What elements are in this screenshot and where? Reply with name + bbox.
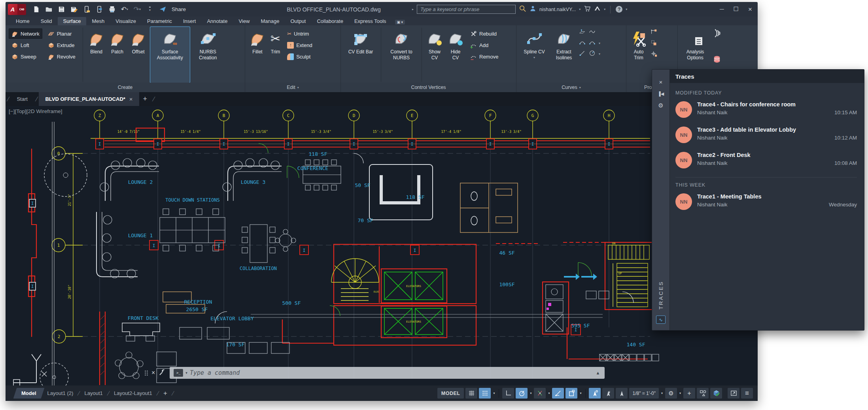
object-snap-toggle[interactable] — [565, 388, 577, 399]
project-to-view-tool[interactable] — [651, 40, 657, 48]
isolate-objects-toggle[interactable] — [697, 388, 709, 399]
arc-caret-icon[interactable]: ▾ — [599, 42, 600, 45]
customization-gear-icon[interactable]: ⚙ — [665, 388, 677, 399]
ortho-mode-toggle[interactable] — [502, 388, 514, 399]
nurbs-creation-toggle[interactable]: NURBSCreation — [193, 27, 223, 83]
blend-button[interactable]: Blend — [87, 27, 106, 83]
snap-caret-icon[interactable]: ▾ — [492, 391, 495, 395]
save-as-button[interactable] — [70, 5, 78, 14]
remove-cv-button[interactable]: −Remove — [467, 51, 501, 62]
trace-list-item[interactable]: NN Trace3 - Add table in Elevator Lobby … — [675, 127, 857, 143]
annotation-autoscale-toggle[interactable] — [602, 388, 614, 399]
customize-wrench-icon[interactable] — [159, 368, 166, 378]
tab-mesh[interactable]: Mesh — [86, 17, 110, 25]
new-layout-button[interactable]: + — [159, 389, 171, 397]
curve-arc-tool[interactable] — [589, 39, 596, 47]
add-cleanup-icon[interactable]: + — [683, 388, 695, 399]
annotation-scale-value[interactable]: 1/8" = 1'-0" — [629, 388, 659, 399]
command-close-icon[interactable]: × — [151, 369, 155, 376]
autodesk-menu-caret-icon[interactable]: ▾ — [604, 8, 605, 11]
zebra-analysis-tool[interactable] — [712, 28, 722, 40]
signed-in-user[interactable]: nishant.naikVY... — [539, 7, 576, 12]
curve-plane-tool[interactable] — [579, 28, 586, 37]
isometric-caret-icon[interactable]: ▾ — [547, 391, 550, 395]
snap-mode-toggle[interactable] — [479, 388, 491, 399]
show-cv-button[interactable]: ShowCV — [425, 27, 444, 83]
autodesk-menu-icon[interactable] — [594, 5, 601, 13]
tab-collaborate[interactable]: Collaborate — [311, 17, 349, 25]
file-tab-close-icon[interactable]: × — [129, 96, 133, 102]
panel-label-create[interactable]: Create — [6, 83, 245, 92]
sweep-button[interactable]: Sweep — [9, 51, 42, 62]
palette-autohide-icon[interactable]: ▐◀ — [652, 88, 669, 100]
polar-tracking-toggle[interactable] — [516, 388, 528, 399]
rebuild-button[interactable]: Rebuild — [467, 28, 501, 39]
patch-button[interactable]: Patch — [108, 27, 127, 83]
osnap-caret-icon[interactable]: ▾ — [579, 391, 582, 395]
annotation-scale-icon[interactable] — [616, 388, 628, 399]
tab-insert[interactable]: Insert — [178, 17, 202, 25]
share-button[interactable]: Share — [172, 6, 186, 12]
user-avatar-icon[interactable] — [529, 5, 536, 13]
polar-caret-icon[interactable]: ▾ — [529, 391, 532, 395]
layout-tab-model[interactable]: Model — [13, 388, 44, 399]
palette-properties-gear-icon[interactable]: ⚙ — [652, 100, 669, 111]
maximize-button[interactable]: ☐ — [734, 6, 739, 13]
annotation-visibility-toggle[interactable] — [589, 388, 601, 399]
user-menu-caret-icon[interactable]: ▾ — [579, 8, 581, 11]
project-to-ucs-tool[interactable] — [651, 28, 657, 37]
add-cv-button[interactable]: +Add — [467, 40, 501, 50]
command-options-caret-icon[interactable]: ▾ — [185, 371, 187, 375]
share-icon[interactable] — [158, 5, 167, 14]
panel-label-curves[interactable]: Curves▾ — [516, 83, 626, 92]
project-to-2points-tool[interactable] — [651, 51, 657, 59]
trace-list-item[interactable]: NN Trace1 - Meeting Tables Nishant NaikW… — [675, 193, 857, 210]
sculpt-button[interactable]: Sculpt — [284, 51, 315, 62]
layout-tab-layout2[interactable]: Layout2-Layout1 — [110, 388, 156, 399]
convert-to-nurbs-button[interactable]: Convert toNURBS — [385, 27, 418, 83]
object-snap-tracking-toggle[interactable] — [552, 388, 564, 399]
save-to-mobile-button[interactable] — [95, 5, 104, 14]
app-store-cart-icon[interactable] — [584, 5, 591, 14]
command-input[interactable]: >_ ▾ Type a command ▲ — [170, 367, 605, 379]
title-expand-icon[interactable]: ▸ — [412, 8, 414, 11]
curve-blend-tool[interactable] — [579, 39, 586, 47]
save-button[interactable] — [57, 5, 66, 14]
scale-caret-icon[interactable]: ▾ — [660, 391, 664, 395]
auto-trim-button[interactable]: AutoTrim — [630, 27, 648, 83]
tab-home[interactable]: Home — [10, 17, 35, 25]
extend-button[interactable]: ↑Extend — [284, 40, 315, 50]
command-grip-handle[interactable] — [145, 370, 148, 376]
layout-tab-layout1[interactable]: Layout1 — [81, 388, 107, 399]
tab-annotate[interactable]: Annotate — [201, 17, 233, 25]
command-history-icon[interactable]: >_ — [174, 369, 183, 377]
loft-button[interactable]: Loft — [9, 40, 42, 50]
spline-cv-button[interactable]: Spline CV▾ — [520, 27, 549, 83]
new-drawing-tab-button[interactable]: + — [139, 95, 151, 103]
gear-caret-icon[interactable]: ▾ — [679, 391, 682, 395]
curve-line-tool[interactable] — [579, 50, 586, 58]
tab-surface[interactable]: Surface — [58, 17, 87, 25]
curvature-analysis-tool[interactable] — [712, 42, 722, 53]
tab-solid[interactable]: Solid — [35, 17, 58, 25]
tab-view[interactable]: View — [233, 17, 255, 25]
network-button[interactable]: Network — [9, 28, 42, 39]
tab-visualize[interactable]: Visualize — [110, 17, 142, 25]
redo-button[interactable]: ↷▾ — [133, 5, 142, 14]
autocad-logo-icon[interactable]: A CAD — [8, 4, 26, 15]
tab-output[interactable]: Output — [285, 17, 311, 25]
plot-button[interactable] — [108, 5, 116, 14]
graphics-performance-toggle[interactable] — [710, 388, 722, 399]
help-icon[interactable]: ? — [616, 6, 622, 13]
status-menu-icon[interactable]: ≡ — [741, 388, 753, 399]
ribbon-display-toggle[interactable]: ▣ ▾ — [395, 20, 405, 25]
clean-screen-toggle[interactable] — [728, 388, 739, 399]
tab-manage[interactable]: Manage — [255, 17, 285, 25]
extract-isolines-button[interactable]: ExtractIsolines — [552, 27, 576, 83]
surface-associativity-toggle[interactable]: ∞ SurfaceAssociativity — [150, 27, 190, 83]
circle-caret-icon[interactable]: ▾ — [599, 52, 600, 56]
undo-button[interactable]: ↶▾ — [120, 5, 129, 14]
drawing-canvas[interactable]: ZABCDEFGH 012 14'-0 7/16"15'-4 1/4"15'-3… — [6, 106, 758, 385]
command-expand-icon[interactable]: ▲ — [596, 370, 600, 375]
planar-button[interactable]: Planar — [45, 28, 78, 39]
